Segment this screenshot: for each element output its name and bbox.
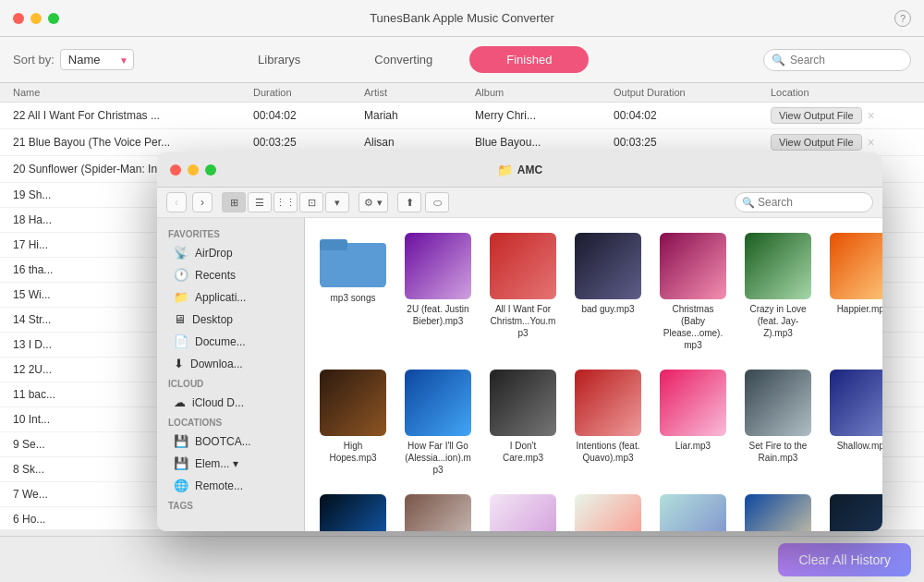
- file-item[interactable]: Liar.mp3: [656, 366, 730, 479]
- finder-title-bar: 📁 AMC: [157, 152, 882, 188]
- close-button[interactable]: [13, 13, 24, 24]
- file-item[interactable]: Sunflower (Spider-...se).mp3: [571, 491, 645, 531]
- file-item[interactable]: Set Fire to the Rain.mp3: [741, 366, 815, 479]
- file-item[interactable]: High Hopes.mp3: [316, 366, 390, 479]
- finder-min-button[interactable]: [188, 164, 199, 176]
- file-item[interactable]: Strangers.mp3: [486, 491, 560, 531]
- toolbar: Sort by: Name Duration Artist ▼ Librarys…: [0, 37, 924, 83]
- tab-converting[interactable]: Converting: [337, 46, 469, 73]
- file-name: High Hopes.mp3: [320, 440, 386, 464]
- album-art: [490, 233, 556, 299]
- sidebar-item-applications[interactable]: 📁 Applicati...: [163, 286, 298, 308]
- file-name: Crazy in Love (feat. Jay-Z).mp3: [745, 303, 811, 339]
- gallery-view-button[interactable]: ⊡: [299, 192, 323, 212]
- folder-icon: 📁: [497, 163, 513, 177]
- finder-max-button[interactable]: [205, 164, 216, 176]
- sidebar-item-icloud[interactable]: ☁ iCloud D...: [163, 392, 298, 413]
- svg-rect-1: [320, 239, 347, 250]
- bottom-bar: Clear All History: [0, 536, 924, 582]
- tags-label: Tags: [157, 497, 304, 513]
- app-title: TunesBank Apple Music Converter: [370, 11, 554, 25]
- view-output-button[interactable]: View Output File: [771, 134, 862, 151]
- nav-forward-button[interactable]: ›: [192, 192, 213, 212]
- view-output-button[interactable]: View Output File: [771, 107, 862, 124]
- file-item[interactable]: thank u, next.mp3: [656, 491, 730, 531]
- file-item[interactable]: Welcome Back (feat. Al...ara).mp3: [741, 491, 815, 531]
- tag-button[interactable]: ⬭: [425, 192, 449, 212]
- sidebar-item-recents[interactable]: 🕐 Recents: [163, 264, 298, 285]
- row-duration: 00:04:02: [253, 109, 364, 122]
- file-item[interactable]: bad guy.mp3: [571, 229, 645, 355]
- file-item[interactable]: mp3 songs: [316, 229, 390, 355]
- maximize-button[interactable]: [48, 13, 59, 24]
- finder-search-icon: 🔍: [742, 197, 755, 209]
- file-name: All I Want For Christm...You.mp3: [490, 303, 556, 339]
- sidebar-item-downloads-label: Downloa...: [190, 358, 243, 370]
- file-item[interactable]: Shallow.mp3: [826, 366, 882, 479]
- list-view-button[interactable]: ☰: [248, 192, 272, 212]
- gear-button[interactable]: ⚙ ▾: [359, 192, 388, 212]
- file-item[interactable]: Stay.mp3: [401, 491, 475, 531]
- file-item[interactable]: 2U (feat. Justin Bieber).mp3: [401, 229, 475, 355]
- finder-close-button[interactable]: [170, 164, 181, 176]
- sidebar-item-documents[interactable]: 📄 Docume...: [163, 331, 298, 352]
- file-name: bad guy.mp3: [581, 303, 634, 315]
- sidebar-item-bootcamp[interactable]: 💾 BOOTCA...: [163, 430, 298, 452]
- file-item[interactable]: All I Want For Christm...You.mp3: [486, 229, 560, 355]
- file-name: Happier.mp3: [837, 303, 882, 315]
- album-art: [660, 233, 726, 299]
- file-grid: mp3 songs 2U (feat. Justin Bieber).mp3 A…: [316, 229, 871, 531]
- col-duration: Duration: [253, 87, 364, 98]
- sidebar-item-remote[interactable]: 🌐 Remote...: [163, 475, 298, 496]
- documents-icon: 📄: [174, 334, 188, 348]
- sidebar-item-airdrop[interactable]: 📡 AirDrop: [163, 242, 298, 263]
- tab-libraries[interactable]: Librarys: [221, 46, 337, 73]
- album-art: [745, 233, 811, 299]
- icon-view-button[interactable]: ⊞: [222, 192, 246, 212]
- file-item[interactable]: How Far I'll Go (Alessia...ion).mp3: [401, 366, 475, 479]
- finder-title: 📁 AMC: [497, 163, 542, 177]
- sidebar-item-elements[interactable]: 💾 Elem... ▾: [163, 453, 298, 474]
- row-output-duration: 00:03:25: [614, 136, 771, 149]
- favorites-label: Favorites: [157, 225, 304, 241]
- search-input[interactable]: [763, 49, 911, 71]
- search-icon: 🔍: [772, 54, 785, 67]
- clear-history-button[interactable]: Clear All History: [778, 543, 911, 576]
- sidebar-item-downloads[interactable]: ⬇ Downloa...: [163, 353, 298, 374]
- airdrop-icon: 📡: [174, 246, 188, 260]
- file-name: 2U (feat. Justin Bieber).mp3: [405, 303, 471, 327]
- album-art: [575, 233, 641, 299]
- row-album: Blue Bayou...: [475, 136, 614, 149]
- file-item[interactable]: Christmas (Baby Please...ome).mp3: [656, 229, 730, 355]
- finder-sidebar: Favorites 📡 AirDrop 🕐 Recents 📁 Applicat…: [157, 218, 305, 531]
- nav-back-button[interactable]: ‹: [166, 192, 187, 212]
- album-art: [490, 494, 556, 531]
- elements-icon: 💾: [174, 456, 188, 470]
- row-close-icon[interactable]: ×: [868, 135, 875, 150]
- row-close-icon[interactable]: ×: [868, 108, 875, 123]
- sidebar-item-desktop-label: Desktop: [192, 313, 233, 326]
- desktop-icon: 🖥: [174, 312, 186, 326]
- share-button[interactable]: ⬆: [397, 192, 421, 212]
- file-item[interactable]: Happier.mp3: [826, 229, 882, 355]
- file-item[interactable]: Intentions (feat. Quavo).mp3: [571, 366, 645, 479]
- sort-select[interactable]: Name Duration Artist: [60, 49, 134, 70]
- sidebar-item-elements-label: Elem... ▾: [195, 457, 238, 470]
- file-item[interactable]: Crazy in Love (feat. Jay-Z).mp3: [741, 229, 815, 355]
- sort-label: Sort by:: [13, 53, 55, 67]
- help-icon[interactable]: ?: [894, 10, 911, 27]
- album-art: [575, 494, 641, 531]
- finder-search-input[interactable]: [735, 192, 873, 212]
- file-item[interactable]: Skyfall.mp3: [316, 491, 390, 531]
- file-item[interactable]: Without Me.mp3: [826, 491, 882, 531]
- file-item[interactable]: I Don't Care.mp3: [486, 366, 560, 479]
- column-view-button[interactable]: ⋮⋮: [274, 192, 298, 212]
- minimize-button[interactable]: [30, 13, 42, 24]
- sidebar-item-desktop[interactable]: 🖥 Desktop: [163, 309, 298, 330]
- finder-window: 📁 AMC ‹ › ⊞ ☰ ⋮⋮ ⊡ ▾ ⚙ ▾ ⬆ ⬭ 🔍 Favorites: [157, 152, 882, 531]
- view-buttons: ⊞ ☰ ⋮⋮ ⊡ ▾: [222, 192, 349, 212]
- tab-finished[interactable]: Finished: [469, 46, 589, 73]
- row-artist: Mariah: [364, 109, 475, 122]
- col-artist: Artist: [364, 87, 475, 98]
- extra-view-button[interactable]: ▾: [325, 192, 349, 212]
